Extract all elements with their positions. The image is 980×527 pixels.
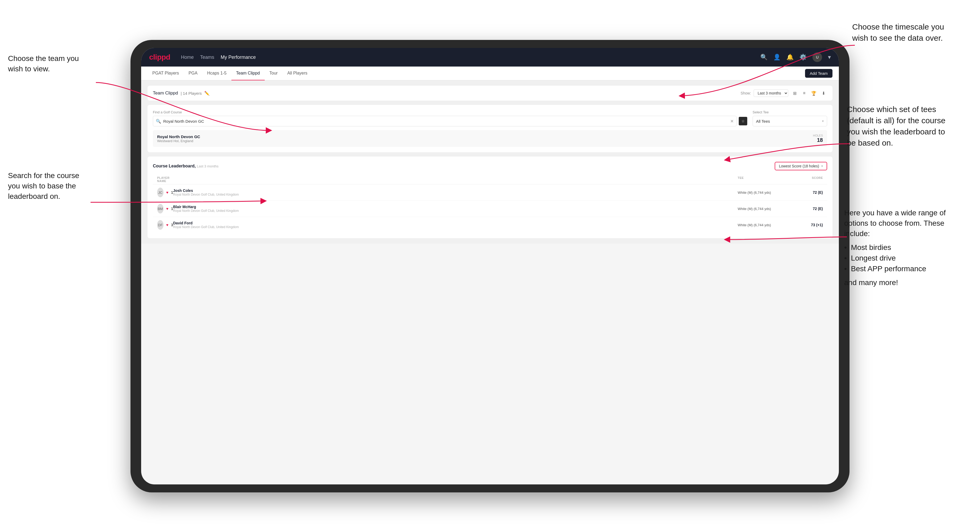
main-content: Team Clippd | 14 Players ✏️ Show: Last 3…: [141, 80, 839, 243]
team-player-count: | 14 Players: [181, 91, 202, 95]
col-header-player: PLAYER NAME: [157, 176, 173, 183]
grid-view-icon[interactable]: ⊞: [791, 89, 799, 97]
annotation-choose-team: Choose the team you wish to view.: [8, 53, 83, 74]
nav-bar: clippd Home Teams My Performance 🔍 👤 🔔 ⚙…: [141, 48, 839, 67]
annotation-timescale: Choose the timescale you wish to see the…: [852, 21, 953, 44]
course-result-name: Royal North Devon GC: [157, 135, 813, 139]
course-search-input[interactable]: 🔍 Royal North Devon GC ✕: [153, 116, 737, 126]
tee-select-dropdown[interactable]: All Tees ▾: [752, 116, 827, 126]
leaderboard-header: Course Leaderboard, Last 3 months Lowest…: [153, 162, 827, 170]
annotation-options: Here you have a wide range of options to…: [844, 208, 961, 287]
player-club-3: Royal North Devon Golf Club, United King…: [173, 225, 738, 229]
tablet-screen: clippd Home Teams My Performance 🔍 👤 🔔 ⚙…: [141, 48, 839, 484]
subnav-pga[interactable]: PGA: [184, 67, 202, 80]
score-info-1: 72 (E): [791, 190, 823, 195]
annotation-option-3: • Best APP performance: [844, 265, 961, 273]
tee-info-1: White (M) (6,744 yds): [738, 190, 791, 195]
annotation-options-title: Here you have a wide range of options to…: [844, 208, 961, 239]
chevron-down-icon: ▾: [821, 164, 823, 168]
player-avatar-2: BM: [157, 204, 164, 213]
app-logo: clippd: [149, 53, 170, 62]
row-rank-1: JC ♥ 1: [157, 187, 173, 197]
search-icon[interactable]: 🔍: [760, 54, 767, 61]
player-club-1: Royal North Devon Golf Club, United King…: [173, 193, 738, 197]
tee-info-3: White (M) (6,744 yds): [738, 223, 791, 227]
rank-number-2: 1: [171, 206, 173, 211]
annotation-options-footer: and many more!: [844, 278, 961, 287]
row-rank-3: DF ♥ 3: [157, 220, 173, 230]
select-tee-label: Select Tee: [752, 110, 827, 114]
settings-icon[interactable]: ⚙️: [799, 54, 807, 61]
table-row: BM ♥ 1 Blair McHarg Royal North Devon Go…: [153, 201, 827, 217]
download-icon[interactable]: ⬇: [820, 89, 827, 97]
team-name: Team Clippd: [153, 90, 178, 96]
edit-icon[interactable]: ✏️: [204, 91, 210, 96]
search-icon: 🔍: [156, 119, 161, 124]
nav-home[interactable]: Home: [181, 55, 194, 60]
clear-search-button[interactable]: ✕: [730, 119, 733, 124]
nav-icons: 🔍 👤 🔔 ⚙️ U ▾: [760, 52, 831, 62]
chevron-down-icon: ▾: [822, 119, 824, 123]
col-header-score: SCORE: [791, 176, 823, 183]
chevron-down-icon: ▾: [828, 54, 831, 61]
bell-icon[interactable]: 🔔: [786, 54, 794, 61]
rank-number-3: 3: [171, 223, 173, 227]
player-avatar-3: DF: [157, 220, 164, 230]
score-info-3: 73 (+1): [791, 223, 823, 227]
list-view-icon[interactable]: ≡: [800, 89, 808, 97]
score-type-value: Lowest Score (18 holes): [779, 164, 819, 168]
holes-label: Holes: [813, 134, 823, 137]
time-period-select[interactable]: Last 3 months: [754, 89, 788, 97]
show-label: Show:: [741, 91, 751, 95]
user-icon[interactable]: 👤: [773, 54, 781, 61]
heart-icon: ♥: [166, 223, 168, 227]
course-search-value: Royal North Devon GC: [163, 119, 728, 124]
view-icons: ⊞ ≡ 🏆 ⬇: [791, 89, 827, 97]
heart-icon: ♥: [166, 190, 168, 195]
course-holes: Holes 18: [813, 134, 823, 143]
heart-icon: ♥: [166, 206, 168, 211]
sub-nav: PGAT Players PGA Hcaps 1-5 Team Clippd T…: [141, 67, 839, 80]
nav-my-performance[interactable]: My Performance: [221, 55, 256, 60]
find-course-label: Find a Golf Course: [153, 110, 747, 114]
table-row: DF ♥ 3 David Ford Royal North Devon Golf…: [153, 217, 827, 233]
player-name-3: David Ford: [173, 221, 738, 225]
nav-links: Home Teams My Performance: [181, 55, 256, 60]
tablet-device: clippd Home Teams My Performance 🔍 👤 🔔 ⚙…: [130, 40, 850, 492]
leaderboard-subtitle: Last 3 months: [197, 164, 219, 168]
player-info-3: David Ford Royal North Devon Golf Club, …: [173, 221, 738, 229]
leaderboard-title: Course Leaderboard,: [153, 163, 196, 168]
team-header-bar: Team Clippd | 14 Players ✏️ Show: Last 3…: [148, 86, 832, 101]
course-result-location: Westward Hol, England: [157, 139, 813, 143]
annotation-option-1: • Most birdies: [844, 243, 961, 252]
holes-number: 18: [813, 137, 823, 143]
annotation-tees: Choose which set of tees (default is all…: [847, 104, 953, 149]
favorite-button[interactable]: ☆: [739, 117, 747, 125]
rank-number-1: 1: [171, 190, 173, 195]
score-info-2: 72 (E): [791, 206, 823, 211]
nav-teams[interactable]: Teams: [200, 55, 214, 60]
col-header-tee: TEE: [738, 176, 791, 183]
subnav-tour[interactable]: Tour: [265, 67, 283, 80]
tee-info-2: White (M) (6,744 yds): [738, 207, 791, 211]
score-type-select[interactable]: Lowest Score (18 holes) ▾: [775, 162, 827, 170]
tee-select-value: All Tees: [756, 119, 770, 124]
table-header: PLAYER NAME TEE SCORE: [153, 175, 827, 184]
player-info-1: Josh Coles Royal North Devon Golf Club, …: [173, 189, 738, 197]
add-team-button[interactable]: Add Team: [805, 69, 832, 78]
find-course-section: Find a Golf Course 🔍 Royal North Devon G…: [153, 110, 747, 126]
table-row: JC ♥ 1 Josh Coles Royal North Devon Golf…: [153, 184, 827, 201]
select-tee-section: Select Tee All Tees ▾: [752, 110, 827, 126]
trophy-icon[interactable]: 🏆: [810, 89, 818, 97]
leaderboard-card: Course Leaderboard, Last 3 months Lowest…: [148, 157, 832, 238]
player-name-2: Blair McHarg: [173, 205, 738, 209]
subnav-all-players[interactable]: All Players: [283, 67, 312, 80]
annotation-search-course: Search for the course you wish to base t…: [8, 170, 88, 202]
subnav-pgat[interactable]: PGAT Players: [148, 67, 184, 80]
player-club-2: Royal North Devon Golf Club, United King…: [173, 209, 738, 213]
subnav-team-clippd[interactable]: Team Clippd: [231, 67, 265, 80]
subnav-hcaps[interactable]: Hcaps 1-5: [202, 67, 231, 80]
annotation-option-2: • Longest drive: [844, 254, 961, 262]
row-rank-2: BM ♥ 1: [157, 204, 173, 213]
avatar[interactable]: U: [813, 52, 822, 62]
